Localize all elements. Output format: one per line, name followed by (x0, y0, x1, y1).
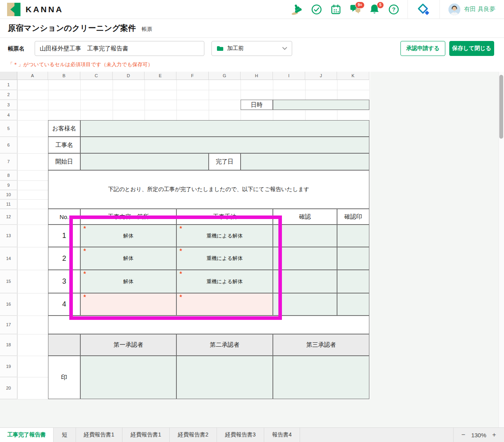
form-name-input[interactable] (35, 41, 204, 56)
sheet-tab-6[interactable]: 経費報告書3 (217, 428, 264, 442)
cell-construction-value[interactable] (80, 137, 369, 153)
cell-datetime-label[interactable]: 日時 (241, 100, 273, 110)
kanna-logo-icon (7, 3, 20, 16)
approver-header-1[interactable]: 第一承認者 (80, 334, 176, 356)
row-header-11[interactable]: 11 (0, 199, 17, 209)
highlight-annotation (69, 215, 282, 320)
column-header-G[interactable]: G (209, 72, 241, 80)
cell-confirm-stamp-1[interactable] (337, 225, 369, 247)
gridline (0, 399, 369, 399)
check-circle-icon[interactable] (311, 4, 322, 15)
approver-header-2[interactable]: 第二承認者 (176, 334, 273, 356)
gridline (17, 80, 18, 399)
column-header-J[interactable]: J (305, 72, 337, 80)
row-header-15[interactable]: 15 (0, 270, 17, 293)
cell-confirm-stamp-4[interactable] (337, 293, 369, 316)
user-menu[interactable]: 有田 具良夢 (440, 4, 504, 15)
column-header-E[interactable]: E (145, 72, 176, 80)
column-header-F[interactable]: F (176, 72, 209, 80)
notification-badge: 5 (377, 2, 384, 9)
approver-header-blank[interactable] (48, 334, 80, 356)
approver-header-3[interactable]: 第三承認者 (273, 334, 369, 356)
column-header-D[interactable]: D (113, 72, 145, 80)
row-header-4[interactable]: 4 (0, 110, 17, 120)
bell-icon[interactable]: 5 (369, 4, 380, 15)
cell-confirm-3[interactable] (273, 270, 337, 293)
row-header-16[interactable]: 16 (0, 293, 17, 316)
row-header-13[interactable]: 13 (0, 225, 17, 247)
column-header-K[interactable]: K (337, 72, 369, 80)
spreadsheet: 日時 お客様名 工事名 開始日 完了日 下記のとおり、所定の工事が完了いたしまし… (0, 72, 370, 399)
row-header-17[interactable]: 17 (0, 316, 17, 334)
cell-stamp-row-label[interactable]: 印 (48, 356, 80, 399)
chat-icon[interactable]: 9+ (349, 4, 361, 15)
column-header-C[interactable]: C (80, 72, 113, 80)
cell-confirm-1[interactable] (273, 225, 337, 247)
sheet-tab-2[interactable]: 短 (54, 428, 76, 442)
cell-construction-label[interactable]: 工事名 (48, 137, 80, 153)
row-header-12[interactable]: 12 (0, 209, 17, 225)
cell-statement[interactable]: 下記のとおり、所定の工事が完了いたしましたので、以下にてご報告いたします (48, 170, 369, 209)
cell-approver-stamp-3[interactable] (273, 356, 369, 399)
cell-start-value[interactable] (80, 153, 209, 170)
sparkle-icon[interactable] (408, 3, 439, 16)
table-header-confirm-stamp[interactable]: 確認印 (337, 209, 369, 225)
stamp-icon[interactable] (291, 4, 303, 15)
sheet-tab-1[interactable]: 工事完了報告書 (0, 428, 54, 442)
folder-select[interactable]: 加工前 (211, 41, 292, 56)
column-header-H[interactable]: H (241, 72, 273, 80)
sheet-tab-5[interactable]: 経費報告書2 (170, 428, 217, 442)
row-header-5[interactable]: 5 (0, 120, 17, 137)
help-icon[interactable]: ? (388, 4, 400, 15)
cell-end-value[interactable] (241, 153, 369, 170)
cell-confirm-4[interactable] (273, 293, 337, 316)
sheet-tabs: 工事完了報告書短経費報告書1経費報告書1経費報告書2経費報告書3報告書4 (0, 428, 300, 442)
scrollbar-track[interactable] (498, 72, 504, 427)
column-header-B[interactable]: B (48, 72, 80, 80)
row-header-19[interactable]: 19 (0, 356, 17, 377)
request-approval-button[interactable]: 承認申請する (400, 41, 445, 56)
row-header-9[interactable]: 9 (0, 180, 17, 190)
cell-end-label[interactable]: 完了日 (209, 153, 241, 170)
row-header-7[interactable]: 7 (0, 153, 17, 170)
cell-customer-label[interactable]: お客様名 (48, 120, 80, 137)
cell-start-label[interactable]: 開始日 (48, 153, 80, 170)
page-title: 原宿マンションのクリーニング案件 (8, 23, 136, 33)
row-header-10[interactable]: 10 (0, 190, 17, 199)
table-header-confirm[interactable]: 確認 (273, 209, 337, 225)
row-header-18[interactable]: 18 (0, 334, 17, 356)
row-header-1[interactable]: 1 (0, 80, 17, 90)
row-header-14[interactable]: 14 (0, 247, 17, 270)
brand-text: KANNA (26, 5, 63, 14)
cell-confirm-2[interactable] (273, 247, 337, 270)
row-header-3[interactable]: 3 (0, 100, 17, 110)
toolbar-icons: 9+ 5 ? (291, 4, 400, 15)
cell-customer-value[interactable] (80, 120, 369, 137)
save-and-close-button[interactable]: 保存して閉じる (449, 41, 494, 56)
gridline (0, 90, 369, 90)
sheet-tab-4[interactable]: 経費報告書1 (122, 428, 170, 442)
cell-confirm-stamp-3[interactable] (337, 270, 369, 293)
title-row: 原宿マンションのクリーニング案件 帳票 (0, 19, 504, 38)
sheet-tab-7[interactable]: 報告書4 (264, 428, 300, 442)
top-bar: KANNA (0, 0, 504, 19)
cell-approver-stamp-1[interactable] (80, 356, 176, 399)
scrollbar-thumb[interactable] (499, 75, 503, 139)
cell-datetime-value[interactable] (273, 100, 369, 110)
zoom-out-button[interactable]: − (461, 431, 465, 439)
cell-confirm-stamp-2[interactable] (337, 247, 369, 270)
gridline (369, 80, 370, 399)
calendar-icon[interactable] (330, 4, 342, 15)
column-header-A[interactable]: A (17, 72, 48, 80)
row-header-6[interactable]: 6 (0, 137, 17, 153)
row-header-2[interactable]: 2 (0, 90, 17, 100)
sheet-corner[interactable] (0, 72, 17, 80)
zoom-in-button[interactable]: + (492, 431, 496, 439)
brand[interactable]: KANNA (7, 3, 63, 16)
cell-approver-stamp-2[interactable] (176, 356, 273, 399)
row-header-20[interactable]: 20 (0, 377, 17, 399)
chat-badge: 9+ (355, 2, 364, 9)
row-header-8[interactable]: 8 (0, 170, 17, 180)
sheet-tab-3[interactable]: 経費報告書1 (76, 428, 122, 442)
column-header-I[interactable]: I (273, 72, 305, 80)
